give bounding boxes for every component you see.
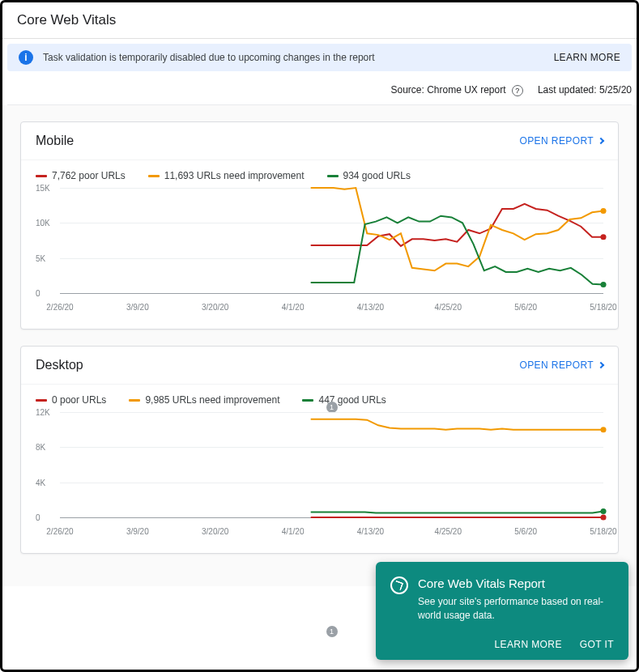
x-tick-label: 4/1/20 [282,527,305,536]
popup-description: See your site's performance based on rea… [418,595,614,623]
mobile-card: Mobile OPEN REPORT 7,762 poor URLs 11,69… [20,121,619,330]
desktop-card: Desktop OPEN REPORT 0 poor URLs 9,985 UR… [20,346,619,554]
y-tick-label: 10K [36,219,50,228]
chart-legend: 7,762 poor URLs 11,693 URLs need improve… [21,160,618,181]
y-tick-label: 5K [36,253,45,262]
x-tick-label: 3/9/20 [126,303,149,312]
x-tick-label: 2/26/20 [46,527,73,536]
cards-container: Mobile OPEN REPORT 7,762 poor URLs 11,69… [2,105,637,586]
updated-value: 5/25/20 [599,84,632,96]
help-icon[interactable]: ? [512,85,523,96]
svg-point-4 [600,427,606,432]
info-banner: i Task validation is temporarily disable… [7,44,632,71]
popup-learn-more-button[interactable]: LEARN MORE [494,639,561,650]
legend-good: 447 good URLs [302,394,386,406]
legend-poor: 7,762 poor URLs [36,170,126,181]
chart-legend: 0 poor URLs 9,985 URLs need improvement … [21,385,618,406]
banner-learn-more-link[interactable]: LEARN MORE [554,52,620,63]
x-tick-label: 3/9/20 [126,527,149,536]
popup-got-it-button[interactable]: GOT IT [580,639,614,650]
swatch-needs [129,399,140,402]
meta-row: Source: Chrome UX report ? Last updated:… [7,71,632,105]
card-header: Mobile OPEN REPORT [21,122,618,160]
svg-point-3 [600,515,606,521]
info-icon: i [19,50,33,65]
y-tick-label: 8K [36,443,45,452]
card-header: Desktop OPEN REPORT [21,347,618,385]
y-tick-label: 0 [36,289,40,298]
svg-point-2 [600,282,606,287]
x-tick-label: 4/13/20 [357,303,384,312]
source-value: Chrome UX report [427,84,505,96]
info-banner-text: Task validation is temporarily disabled … [43,52,554,63]
open-report-button[interactable]: OPEN REPORT [519,359,603,371]
svg-point-1 [600,208,606,214]
svg-point-0 [600,234,606,240]
card-title: Desktop [36,358,83,372]
x-tick-label: 5/18/20 [590,303,616,312]
annotation-marker-icon[interactable]: 1 [326,626,338,637]
chart-wrap: 04K8K12K2/26/203/9/203/20/204/1/204/13/2… [21,406,618,553]
x-tick-label: 5/6/20 [514,527,537,536]
legend-poor: 0 poor URLs [36,394,106,406]
onboarding-popup: Core Web Vitals Report See your site's p… [376,562,628,660]
y-tick-label: 0 [36,513,40,522]
x-tick-label: 4/25/20 [435,527,462,536]
swatch-good [327,175,339,177]
open-report-button[interactable]: OPEN REPORT [519,135,603,147]
swatch-poor [36,175,47,177]
x-tick-label: 4/1/20 [282,303,305,312]
svg-point-5 [600,508,606,514]
page-header: Core Web Vitals [2,2,637,39]
chevron-right-icon [598,138,604,144]
chart-wrap: 05K10K15K2/26/203/9/203/20/204/1/204/13/… [21,181,618,329]
chevron-right-icon [598,362,604,368]
swatch-good [302,399,313,402]
legend-needs: 9,985 URLs need improvement [129,394,279,406]
y-tick-label: 12K [36,408,50,417]
x-tick-label: 5/6/20 [514,303,537,312]
y-tick-label: 15K [36,184,50,193]
gauge-icon [390,576,408,594]
x-tick-label: 3/20/20 [202,303,228,312]
page-title: Core Web Vitals [17,12,622,28]
source-label: Source: Chrome UX report ? [390,84,522,96]
x-tick-label: 3/20/20 [202,527,228,536]
swatch-needs [148,175,160,177]
x-tick-label: 5/18/20 [590,527,616,536]
y-tick-label: 4K [36,478,45,487]
x-tick-label: 4/25/20 [435,303,462,312]
swatch-poor [36,399,47,402]
popup-title: Core Web Vitals Report [418,576,614,590]
updated-label: Last updated: 5/25/20 [538,84,632,96]
card-title: Mobile [36,134,74,148]
annotation-marker-icon[interactable]: 1 [326,402,338,413]
legend-needs: 11,693 URLs need improvement [148,170,305,181]
popup-actions: LEARN MORE GOT IT [390,639,614,650]
legend-good: 934 good URLs [327,170,411,181]
x-tick-label: 2/26/20 [46,303,73,312]
desktop-chart: 04K8K12K2/26/203/9/203/20/204/1/204/13/2… [36,412,603,542]
x-tick-label: 4/13/20 [357,527,384,536]
mobile-chart: 05K10K15K2/26/203/9/203/20/204/1/204/13/… [36,188,603,317]
